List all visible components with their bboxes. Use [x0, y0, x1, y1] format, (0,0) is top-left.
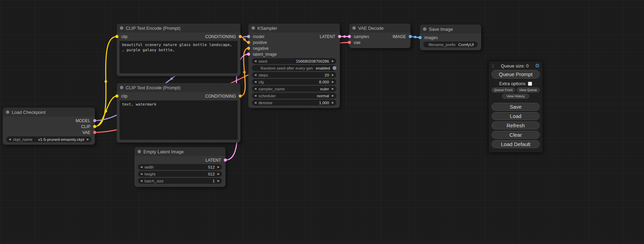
increment-arrow-icon[interactable]: ▶: [332, 100, 334, 106]
node-save-image[interactable]: Save Image images filename_prefix ComfyU…: [420, 25, 481, 50]
images-input-slot[interactable]: [418, 36, 422, 39]
collapse-dot-icon[interactable]: [6, 110, 9, 114]
graph-canvas[interactable]: Load Checkpoint MODEL CLIP VAE ◀ ckpt_na…: [0, 0, 644, 244]
increment-arrow-icon[interactable]: ▶: [218, 164, 220, 170]
conditioning-output-slot[interactable]: [239, 94, 242, 98]
clip-output-slot[interactable]: [93, 125, 96, 128]
increment-arrow-icon[interactable]: ▶: [332, 93, 334, 99]
output-label: CLIP: [81, 124, 90, 129]
increment-arrow-icon[interactable]: ▶: [218, 178, 220, 184]
queue-front-button[interactable]: Queue Front: [492, 88, 515, 92]
link-midpoint-dot: [414, 36, 416, 38]
latent-output-slot[interactable]: [338, 35, 341, 38]
scheduler-widget[interactable]: ◀ scheduler normal ▶: [252, 93, 336, 99]
image-output-slot[interactable]: [409, 35, 412, 38]
decrement-arrow-icon[interactable]: ◀: [254, 72, 256, 78]
batch-size-widget[interactable]: ◀ batch_size 1 ▶: [138, 178, 222, 184]
denoise-widget[interactable]: ◀ denoise 1.000 ▶: [252, 100, 336, 106]
input-row-positive: positive: [248, 39, 340, 45]
ckpt-name-widget[interactable]: ◀ ckpt_name v1-5-pruned-emaonly.ckpt ▶: [6, 136, 91, 142]
collapse-dot-icon[interactable]: [120, 26, 123, 30]
cfg-widget[interactable]: ◀ cfg 8.000 ▶: [252, 79, 336, 85]
node-titlebar[interactable]: CLIP Text Encode (Prompt): [117, 24, 240, 33]
vae-input-slot[interactable]: [348, 41, 351, 44]
input-row-images: images: [420, 35, 481, 40]
increment-arrow-icon[interactable]: ▶: [218, 171, 220, 177]
toggle-knob-icon[interactable]: [333, 66, 336, 70]
node-titlebar[interactable]: KSampler: [248, 24, 340, 33]
output-label: IMAGE: [392, 34, 406, 39]
node-load-checkpoint[interactable]: Load Checkpoint MODEL CLIP VAE ◀ ckpt_na…: [3, 108, 95, 145]
decrement-arrow-icon[interactable]: ◀: [9, 136, 11, 142]
node-titlebar[interactable]: Save Image: [420, 25, 481, 34]
panel-drag-handle-icon[interactable]: ⣿: [492, 64, 494, 68]
latent-output-slot[interactable]: [224, 159, 227, 162]
clip-input-slot[interactable]: [115, 94, 118, 98]
widget-value: 512: [157, 165, 215, 169]
queue-size-label: Queue size: 0: [494, 63, 535, 69]
queue-prompt-button[interactable]: Queue Prompt: [492, 70, 540, 79]
node-ksampler[interactable]: KSampler model LATENT positive negative …: [248, 24, 340, 108]
collapse-dot-icon[interactable]: [138, 150, 141, 153]
model-input-slot[interactable]: [247, 35, 250, 38]
positive-input-slot[interactable]: [247, 41, 250, 44]
save-button[interactable]: Save: [492, 103, 540, 111]
decrement-arrow-icon[interactable]: ◀: [140, 171, 142, 177]
collapse-dot-icon[interactable]: [120, 86, 123, 89]
refresh-button[interactable]: Refresh: [492, 121, 540, 129]
extra-options-checkbox[interactable]: [528, 82, 532, 86]
width-widget[interactable]: ◀ width 512 ▶: [138, 164, 222, 170]
decrement-arrow-icon[interactable]: ◀: [254, 86, 256, 92]
vae-output-slot[interactable]: [93, 131, 96, 134]
seed-widget[interactable]: ◀ seed 156680208700286 ▶: [252, 58, 336, 64]
decrement-arrow-icon[interactable]: ◀: [254, 58, 256, 64]
decrement-arrow-icon[interactable]: ◀: [254, 79, 256, 85]
increment-arrow-icon[interactable]: ▶: [87, 136, 89, 142]
increment-arrow-icon[interactable]: ▶: [332, 79, 334, 85]
node-titlebar[interactable]: Empty Latent Image: [134, 147, 226, 156]
increment-arrow-icon[interactable]: ▶: [332, 58, 334, 64]
node-titlebar[interactable]: Load Checkpoint: [3, 108, 95, 117]
conditioning-output-slot[interactable]: [239, 35, 242, 38]
node-clip-text-encode-positive[interactable]: CLIP Text Encode (Prompt) clip CONDITION…: [117, 24, 240, 76]
node-empty-latent-image[interactable]: Empty Latent Image LATENT ◀ width 512 ▶ …: [134, 147, 226, 187]
queue-small-buttons-row: Queue Front View Queue: [492, 88, 540, 92]
load-default-button[interactable]: Load Default: [492, 140, 540, 148]
steps-widget[interactable]: ◀ steps 20 ▶: [252, 72, 336, 78]
node-clip-text-encode-negative[interactable]: CLIP Text Encode (Prompt) clip CONDITION…: [117, 83, 240, 143]
widget-name: batch_size: [144, 179, 164, 183]
increment-arrow-icon[interactable]: ▶: [332, 72, 334, 78]
node-title: CLIP Text Encode (Prompt): [126, 26, 180, 31]
positive-prompt-textarea[interactable]: beautiful scenery nature glass bottle la…: [120, 41, 238, 73]
node-titlebar[interactable]: VAE Decode: [349, 24, 411, 33]
view-queue-button[interactable]: View Queue: [517, 88, 540, 92]
decrement-arrow-icon[interactable]: ◀: [140, 164, 142, 170]
height-widget[interactable]: ◀ height 512 ▶: [138, 171, 222, 177]
load-button[interactable]: Load: [492, 112, 540, 120]
increment-arrow-icon[interactable]: ▶: [332, 86, 334, 92]
negative-prompt-textarea[interactable]: text, watermark: [120, 100, 238, 140]
clear-button[interactable]: Clear: [492, 131, 540, 139]
model-output-slot[interactable]: [93, 119, 96, 122]
node-title: Load Checkpoint: [12, 110, 46, 115]
collapse-dot-icon[interactable]: [252, 26, 255, 30]
random-seed-toggle-widget[interactable]: Random seed after every gen enabled: [252, 65, 336, 71]
samples-input-slot[interactable]: [348, 35, 351, 38]
decrement-arrow-icon[interactable]: ◀: [140, 178, 142, 184]
settings-gear-icon[interactable]: ⚙: [535, 63, 540, 69]
slot-row: samples IMAGE: [349, 34, 411, 39]
node-titlebar[interactable]: CLIP Text Encode (Prompt): [117, 83, 240, 92]
widget-name: cfg: [258, 80, 264, 84]
decrement-arrow-icon[interactable]: ◀: [254, 93, 256, 99]
decrement-arrow-icon[interactable]: ◀: [254, 100, 256, 106]
latent-image-input-slot[interactable]: [247, 53, 250, 56]
node-vae-decode[interactable]: VAE Decode samples IMAGE vae: [349, 24, 411, 48]
clip-input-slot[interactable]: [115, 35, 118, 38]
negative-input-slot[interactable]: [247, 47, 250, 50]
view-history-button[interactable]: View History: [502, 94, 529, 99]
sampler-name-widget[interactable]: ◀ sampler_name euler ▶: [252, 86, 336, 92]
output-label: CONDITIONING: [205, 94, 236, 99]
collapse-dot-icon[interactable]: [352, 26, 356, 30]
filename-prefix-widget[interactable]: filename_prefix ComfyUI: [423, 42, 478, 47]
collapse-dot-icon[interactable]: [423, 27, 426, 31]
